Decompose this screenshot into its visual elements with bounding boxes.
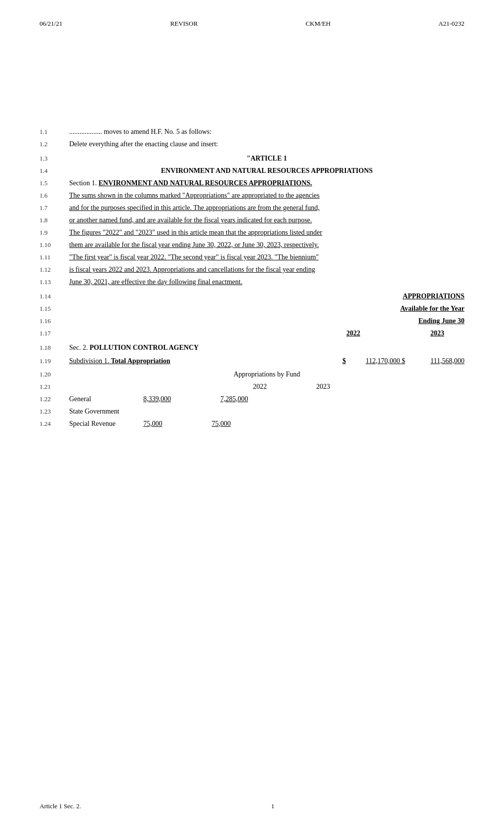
page-footer: Article 1 Sec. 2. 1 <box>40 802 464 810</box>
line-1-18: 1.18 Sec. 2. POLLUTION CONTROL AGENCY <box>40 342 464 353</box>
line-text-1-5: Section 1. ENVIRONMENT AND NATURAL RESOU… <box>69 178 464 188</box>
line-num-1-14: 1.14 <box>40 291 69 301</box>
line-num-1-3: 1.3 <box>40 154 69 164</box>
available-for-year-label: Available for the Year <box>400 303 464 314</box>
line-1-3: 1.3 "ARTICLE 1 <box>40 153 464 164</box>
line-text-1-23: State Government <box>69 406 464 416</box>
dollar-sign-1: $ <box>342 356 346 366</box>
line-1-4: 1.4 ENVIRONMENT AND NATURAL RESOURCES AP… <box>40 166 464 176</box>
state-government-label: State Government <box>69 408 119 415</box>
general-fund-2023: 7,285,000 <box>220 394 248 404</box>
line-1-5: 1.5 Section 1. ENVIRONMENT AND NATURAL R… <box>40 178 464 188</box>
line-text-1-14: APPROPRIATIONS <box>69 291 464 301</box>
line-num-1-4: 1.4 <box>40 166 69 176</box>
year-2022-header: 2022 <box>326 328 380 338</box>
header-revisor: REVISOR <box>170 20 198 28</box>
line-1-11: 1.11 "The first year" is fiscal year 202… <box>40 252 464 262</box>
line-text-1-17: 2022 2023 <box>69 328 464 338</box>
line-1-8: 1.8 or another named fund, and are avail… <box>40 215 464 225</box>
line-num-1-9: 1.9 <box>40 228 69 238</box>
line-text-1-4: ENVIRONMENT AND NATURAL RESOURCES APPROP… <box>69 166 464 176</box>
line-text-1-7: and for the purposes specified in this a… <box>69 203 464 213</box>
line-1-24: 1.24 Special Revenue 75,000 75,000 <box>40 418 464 429</box>
line-num-1-18: 1.18 <box>40 343 69 353</box>
line-text-1-12: is fiscal years 2022 and 2023. Appropria… <box>69 264 464 275</box>
line-text-1-21: 2022 2023 <box>69 381 464 392</box>
line-text-1-9: The figures "2022" and "2023" used in th… <box>69 227 464 238</box>
total-val-2023: 111,568,000 <box>410 356 464 366</box>
line-num-1-8: 1.8 <box>40 215 69 225</box>
line-text-1-15: Available for the Year <box>69 303 464 314</box>
subdivision-label: Subdivision 1. Total Appropriation <box>69 356 170 366</box>
line-num-1-11: 1.11 <box>40 252 69 262</box>
line-1-1: 1.1 ................... moves to amend H… <box>40 126 464 137</box>
general-fund-label: General <box>69 394 143 404</box>
line-1-16: 1.16 Ending June 30 <box>40 316 464 326</box>
line-num-1-2: 1.2 <box>40 139 69 149</box>
line-num-1-7: 1.7 <box>40 203 69 213</box>
footer-page-number: 1 <box>271 802 275 810</box>
line-1-10: 1.10 them are available for the fiscal y… <box>40 240 464 250</box>
year-2023-header: 2023 <box>410 328 464 338</box>
line-num-1-10: 1.10 <box>40 240 69 250</box>
general-fund-2022: 8,339,000 <box>143 394 171 404</box>
line-num-1-6: 1.6 <box>40 191 69 201</box>
line-1-2: 1.2 Delete everything after the enacting… <box>40 139 464 149</box>
special-revenue-label: Special Revenue <box>69 418 143 429</box>
line-num-1-1: 1.1 <box>40 127 69 137</box>
line-num-1-20: 1.20 <box>40 370 69 379</box>
line-1-7: 1.7 and for the purposes specified in th… <box>40 203 464 213</box>
line-text-1-24: Special Revenue 75,000 75,000 <box>69 418 464 429</box>
fund-year-2022: 2022 <box>253 381 267 392</box>
appropriations-label: APPROPRIATIONS <box>403 291 464 301</box>
line-1-13: 1.13 June 30, 2021, are effective the da… <box>40 277 464 287</box>
line-num-1-23: 1.23 <box>40 407 69 416</box>
line-text-1-18: Sec. 2. POLLUTION CONTROL AGENCY <box>69 342 464 353</box>
line-num-1-22: 1.22 <box>40 394 69 404</box>
line-text-1-8: or another named fund, and are available… <box>69 215 464 225</box>
line-text-1-10: them are available for the fiscal year e… <box>69 240 464 250</box>
line-text-1-16: Ending June 30 <box>69 316 464 326</box>
fund-year-2023: 2023 <box>316 381 330 392</box>
line-num-1-13: 1.13 <box>40 277 69 287</box>
line-num-1-24: 1.24 <box>40 419 69 429</box>
special-revenue-2023: 75,000 <box>212 418 231 429</box>
header-ckm: CKM/EH <box>305 20 331 28</box>
line-num-1-19: 1.19 <box>40 356 69 366</box>
line-text-1-13: June 30, 2021, are effective the day fol… <box>69 277 464 287</box>
line-text-1-2: Delete everything after the enacting cla… <box>69 139 464 149</box>
line-1-20: 1.20 Appropriations by Fund <box>40 369 464 379</box>
line-text-1-19: Subdivision 1. Total Appropriation $ 112… <box>69 356 464 366</box>
line-1-14: 1.14 APPROPRIATIONS <box>40 291 464 301</box>
ending-june-30-label: Ending June 30 <box>419 316 464 326</box>
content-area: 1.1 ................... moves to amend H… <box>40 126 464 429</box>
line-text-1-20: Appropriations by Fund <box>69 369 464 379</box>
total-val-2022: 112,170,000 $ <box>351 356 405 366</box>
footer-left: Article 1 Sec. 2. <box>40 802 81 810</box>
line-num-1-5: 1.5 <box>40 178 69 188</box>
line-num-1-12: 1.12 <box>40 265 69 275</box>
line-num-1-15: 1.15 <box>40 304 69 314</box>
line-1-9: 1.9 The figures "2022" and "2023" used i… <box>40 227 464 238</box>
line-1-15: 1.15 Available for the Year <box>40 303 464 314</box>
line-text-1-1: ................... moves to amend H.F. … <box>69 126 464 137</box>
line-text-1-11: "The first year" is fiscal year 2022. "T… <box>69 252 464 262</box>
special-revenue-2022: 75,000 <box>143 418 163 429</box>
header-docid: A21-0232 <box>438 20 464 28</box>
line-1-19: 1.19 Subdivision 1. Total Appropriation … <box>40 356 464 366</box>
line-num-1-21: 1.21 <box>40 382 69 392</box>
page: 06/21/21 REVISOR CKM/EH A21-0232 1.1 ...… <box>0 0 504 830</box>
page-header: 06/21/21 REVISOR CKM/EH A21-0232 <box>40 20 464 28</box>
line-1-6: 1.6 The sums shown in the columns marked… <box>40 190 464 201</box>
line-1-21: 1.21 2022 2023 <box>40 381 464 392</box>
line-text-1-22: General 8,339,000 7,285,000 <box>69 394 464 404</box>
line-num-1-17: 1.17 <box>40 329 69 338</box>
header-date: 06/21/21 <box>40 20 62 28</box>
line-text-1-6: The sums shown in the columns marked "Ap… <box>69 190 464 201</box>
line-num-1-16: 1.16 <box>40 316 69 326</box>
line-1-12: 1.12 is fiscal years 2022 and 2023. Appr… <box>40 264 464 275</box>
line-1-23: 1.23 State Government <box>40 406 464 416</box>
line-1-22: 1.22 General 8,339,000 7,285,000 <box>40 394 464 404</box>
line-1-17: 1.17 2022 2023 <box>40 328 464 338</box>
line-text-1-3: "ARTICLE 1 <box>69 153 464 164</box>
